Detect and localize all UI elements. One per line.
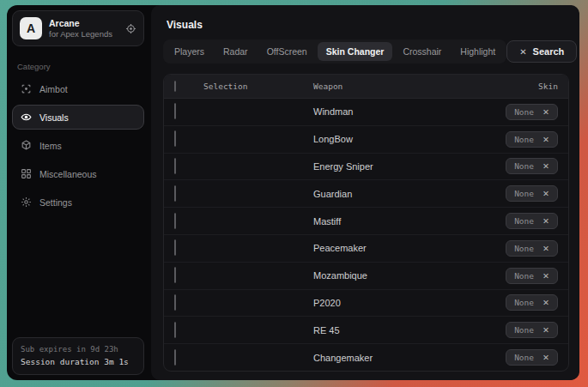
skin-value: None: [514, 353, 534, 362]
app-window: A Arcane for Apex Legends Category Aimbo…: [7, 5, 579, 380]
weapon-name: Windman: [313, 106, 506, 117]
skin-select-badge[interactable]: None ✕: [506, 104, 558, 120]
app-title-block: Arcane for Apex Legends: [49, 18, 118, 39]
table-header: Selection Weapon Skin: [164, 75, 568, 99]
main-panel: Visuals PlayersRadarOffScreenSkin Change…: [151, 5, 579, 380]
skin-value: None: [514, 107, 534, 117]
sidebar-nav: Aimbot Visuals Items Miscellaneous Setti…: [12, 76, 144, 215]
sidebar-item[interactable]: Miscellaneous: [12, 161, 144, 186]
page-title: Visuals: [163, 15, 569, 39]
table-row: LongBow None ✕: [164, 126, 568, 154]
weapon-name: Mastiff: [313, 216, 506, 227]
row-checkbox[interactable]: [174, 267, 176, 283]
weapon-name: LongBow: [313, 134, 506, 144]
skin-value: None: [514, 271, 534, 281]
skin-cell: None ✕: [506, 158, 558, 174]
weapon-name: P2020: [313, 298, 506, 308]
row-checkbox[interactable]: [174, 349, 176, 366]
skin-cell: None ✕: [506, 268, 558, 284]
table-row: Mozambique None ✕: [164, 263, 568, 290]
row-checkbox[interactable]: [174, 158, 176, 174]
sidebar-item[interactable]: Settings: [12, 190, 144, 215]
clear-skin-icon[interactable]: ✕: [543, 271, 549, 281]
sidebar: A Arcane for Apex Legends Category Aimbo…: [7, 5, 149, 380]
weapon-name: Peacemaker: [313, 243, 506, 253]
sidebar-item-label: Visuals: [39, 112, 69, 123]
skin-value: None: [514, 244, 534, 253]
clear-skin-icon[interactable]: ✕: [543, 161, 549, 171]
skin-select-badge[interactable]: None ✕: [506, 185, 558, 202]
clear-skin-icon[interactable]: ✕: [543, 189, 549, 198]
skin-select-badge[interactable]: None ✕: [506, 349, 558, 366]
skin-value: None: [514, 298, 534, 307]
row-checkbox[interactable]: [174, 103, 176, 119]
table-body: Windman None ✕ LongBow: [164, 99, 568, 371]
skin-value: None: [514, 325, 534, 335]
clear-skin-icon[interactable]: ✕: [543, 107, 549, 117]
skin-select-badge[interactable]: None ✕: [506, 294, 558, 311]
sidebar-item[interactable]: Visuals: [12, 105, 144, 130]
weapon-name: Energy Sniper: [313, 161, 506, 172]
clear-skin-icon[interactable]: ✕: [543, 244, 549, 253]
row-checkbox[interactable]: [174, 213, 176, 229]
clear-skin-icon[interactable]: ✕: [543, 353, 549, 362]
table-row: RE 45 None ✕: [164, 317, 568, 344]
app-logo: A: [20, 17, 42, 39]
weapon-name: Changemaker: [313, 353, 506, 363]
tab[interactable]: Radar: [215, 42, 257, 61]
tab[interactable]: Crosshair: [394, 42, 450, 61]
tab[interactable]: Skin Changer: [318, 42, 393, 61]
app-name: Arcane: [49, 18, 118, 29]
skin-cell: None ✕: [506, 131, 558, 148]
clear-skin-icon[interactable]: ✕: [543, 325, 549, 335]
skin-select-badge[interactable]: None ✕: [506, 131, 558, 148]
select-all-checkbox[interactable]: [174, 81, 176, 92]
sidebar-item[interactable]: Aimbot: [12, 76, 144, 101]
clear-skin-icon[interactable]: ✕: [543, 298, 549, 307]
tab[interactable]: Players: [166, 42, 213, 61]
skin-select-badge[interactable]: None ✕: [506, 158, 558, 174]
gear-icon: [21, 197, 32, 208]
row-checkbox[interactable]: [174, 294, 176, 311]
search-button[interactable]: ✕ Search: [506, 40, 577, 63]
skin-value: None: [514, 161, 534, 171]
category-label: Category: [17, 62, 139, 71]
table-row: Mastiff None ✕: [164, 208, 568, 235]
table-row: Changemaker None ✕: [164, 344, 568, 371]
skin-cell: None ✕: [506, 185, 558, 202]
skin-cell: None ✕: [506, 322, 558, 338]
skin-select-badge[interactable]: None ✕: [506, 240, 558, 257]
crosshair-icon: [21, 83, 32, 94]
row-checkbox[interactable]: [174, 239, 176, 256]
skin-select-badge[interactable]: None ✕: [506, 268, 558, 284]
skin-value: None: [514, 216, 534, 226]
row-checkbox[interactable]: [174, 322, 176, 338]
clear-skin-icon[interactable]: ✕: [543, 135, 549, 144]
table-row: P2020 None ✕: [164, 290, 568, 317]
weapon-name: Mozambique: [313, 270, 506, 281]
target-icon[interactable]: [125, 23, 136, 34]
tab-bar: PlayersRadarOffScreenSkin ChangerCrossha…: [163, 39, 506, 63]
table-row: Energy Sniper None ✕: [164, 154, 568, 181]
weapon-name: RE 45: [313, 325, 506, 336]
tab[interactable]: OffScreen: [258, 42, 316, 61]
clear-skin-icon[interactable]: ✕: [543, 216, 549, 226]
subscription-card: Sub expires in 9d 23h Session duration 3…: [12, 337, 144, 375]
skin-select-badge[interactable]: None ✕: [506, 322, 558, 338]
skin-cell: None ✕: [506, 294, 558, 311]
column-header-selection: Selection: [203, 82, 313, 91]
skin-select-badge[interactable]: None ✕: [506, 213, 558, 229]
sidebar-item-label: Settings: [39, 197, 72, 208]
sidebar-item[interactable]: Items: [12, 133, 144, 158]
skin-table: Selection Weapon Skin Windman None ✕: [163, 74, 569, 372]
row-checkbox[interactable]: [174, 130, 176, 147]
row-checkbox[interactable]: [174, 185, 176, 202]
eye-icon: [21, 112, 32, 123]
table-row: Peacemaker None ✕: [164, 235, 568, 263]
tab[interactable]: Highlight: [452, 42, 504, 61]
sidebar-spacer: [12, 215, 144, 337]
skin-cell: None ✕: [506, 349, 558, 366]
close-icon: ✕: [519, 47, 526, 57]
column-header-weapon: Weapon: [313, 82, 538, 91]
app-subtitle: for Apex Legends: [49, 29, 118, 39]
